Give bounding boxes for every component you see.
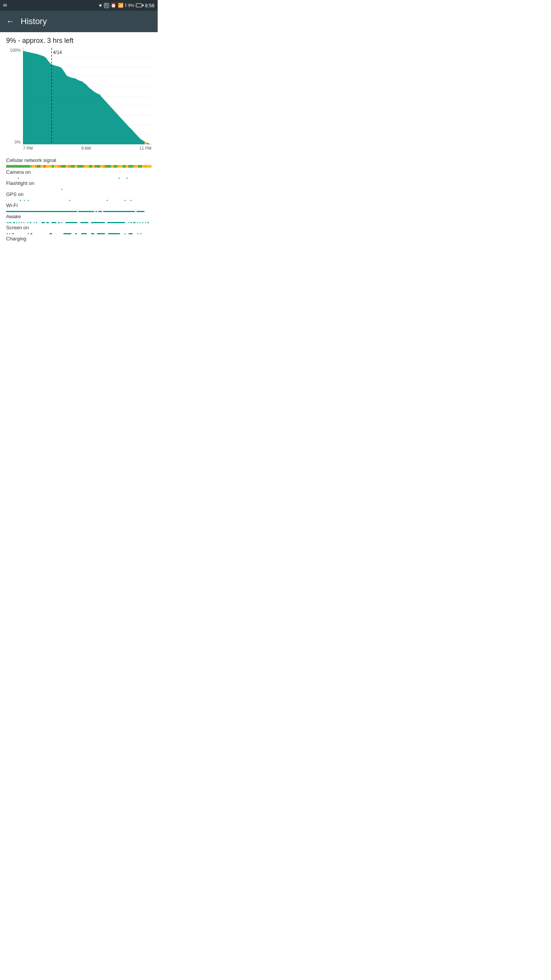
sensor-row-charging: Charging — [6, 236, 152, 242]
svg-rect-115 — [129, 233, 132, 234]
nfc-icon: N — [104, 3, 109, 8]
svg-rect-21 — [37, 165, 41, 168]
svg-rect-36 — [89, 165, 92, 168]
status-bar-right-icons: ★ N ⏰ 📶 Ⅰ 9% 8:56 — [98, 3, 155, 8]
bluetooth-icon: ★ — [98, 3, 103, 8]
sensor-section: Cellular network signal — [6, 157, 152, 242]
svg-marker-12 — [23, 51, 152, 144]
svg-rect-35 — [85, 165, 89, 168]
sensor-label-camera: Camera on — [6, 169, 152, 175]
svg-rect-95 — [130, 222, 132, 223]
svg-rect-106 — [31, 233, 32, 234]
chart-svg-area: 4/14 — [23, 48, 152, 144]
battery-status-text: 9% - approx. 3 hrs left — [6, 37, 152, 45]
svg-rect-104 — [13, 233, 14, 234]
sensor-label-gps: GPS on — [6, 191, 152, 197]
svg-rect-51 — [135, 165, 138, 168]
svg-rect-25 — [52, 165, 54, 168]
svg-rect-91 — [80, 222, 88, 223]
svg-rect-42 — [105, 165, 111, 168]
svg-rect-89 — [62, 222, 62, 223]
svg-rect-76 — [13, 222, 15, 223]
svg-rect-27 — [58, 165, 61, 168]
svg-rect-22 — [41, 165, 44, 168]
svg-rect-107 — [50, 233, 52, 234]
status-bar-left-icons: ✉ — [3, 3, 7, 8]
svg-rect-112 — [97, 233, 105, 234]
x-label-11pm: 11 PM — [139, 146, 152, 150]
svg-rect-108 — [64, 233, 72, 234]
svg-rect-67 — [6, 211, 77, 212]
svg-rect-105 — [28, 233, 29, 234]
signal-icon: Ⅰ — [125, 3, 127, 8]
svg-rect-53 — [142, 165, 144, 168]
svg-rect-81 — [28, 222, 28, 223]
svg-rect-26 — [54, 165, 58, 168]
svg-rect-63 — [69, 200, 70, 201]
svg-rect-111 — [91, 233, 94, 234]
y-label-0: 0% — [15, 140, 21, 144]
sensor-row-awake: Awake — [6, 214, 152, 223]
wifi-icon: 📶 — [118, 3, 124, 8]
svg-rect-19 — [32, 165, 35, 168]
svg-rect-103 — [9, 233, 10, 234]
svg-rect-38 — [95, 165, 96, 168]
svg-rect-66 — [130, 200, 131, 201]
svg-rect-98 — [140, 222, 140, 223]
svg-rect-94 — [129, 222, 129, 223]
x-label-9am: 9 AM — [81, 146, 91, 150]
svg-rect-57 — [119, 178, 119, 179]
svg-rect-31 — [71, 165, 75, 168]
svg-rect-99 — [142, 222, 143, 223]
sensor-bar-screenon — [6, 231, 152, 234]
svg-rect-23 — [44, 165, 46, 168]
svg-rect-84 — [36, 222, 37, 223]
battery-percentage: 9% — [128, 3, 134, 8]
svg-rect-100 — [145, 222, 146, 223]
sensor-bar-gps — [6, 198, 152, 201]
back-button[interactable]: ← — [6, 16, 15, 26]
sensor-label-cellular: Cellular network signal — [6, 157, 152, 163]
svg-rect-17 — [6, 165, 30, 168]
sensor-bar-wifi — [6, 209, 152, 212]
svg-rect-29 — [66, 165, 68, 168]
svg-rect-92 — [91, 222, 105, 223]
svg-rect-64 — [107, 200, 108, 201]
svg-rect-78 — [19, 222, 20, 223]
svg-rect-93 — [107, 222, 125, 223]
svg-rect-72 — [137, 211, 145, 212]
svg-rect-59 — [62, 189, 62, 190]
sensor-bar-camera — [6, 176, 152, 179]
svg-rect-18 — [30, 165, 32, 168]
main-content: 9% - approx. 3 hrs left 100% 0% — [0, 32, 158, 242]
app-bar: ← History — [0, 11, 158, 32]
svg-rect-33 — [77, 165, 83, 168]
svg-rect-58 — [127, 178, 127, 179]
svg-rect-60 — [20, 200, 21, 201]
svg-rect-114 — [125, 233, 126, 234]
svg-rect-73 — [7, 222, 8, 223]
svg-rect-61 — [24, 200, 24, 201]
svg-rect-32 — [75, 165, 77, 168]
sensor-label-flashlight: Flashlight on — [6, 180, 152, 186]
battery-chart[interactable]: 100% 0% — [6, 48, 152, 155]
sensor-bar-cellular — [6, 164, 152, 168]
svg-rect-46 — [119, 165, 122, 168]
sensor-label-screenon: Screen on — [6, 225, 152, 230]
battery-icon — [136, 3, 142, 7]
svg-rect-28 — [61, 165, 66, 168]
svg-rect-70 — [98, 211, 102, 212]
svg-rect-39 — [96, 165, 100, 168]
svg-rect-43 — [111, 165, 114, 168]
svg-rect-113 — [108, 233, 120, 234]
svg-rect-20 — [35, 165, 36, 168]
y-label-100: 100% — [10, 48, 21, 52]
svg-rect-30 — [68, 165, 71, 168]
svg-rect-62 — [28, 200, 29, 201]
svg-rect-77 — [16, 222, 17, 223]
sensor-row-camera: Camera on — [6, 169, 152, 179]
svg-rect-110 — [81, 233, 86, 234]
svg-rect-79 — [21, 222, 22, 223]
svg-rect-71 — [103, 211, 135, 212]
svg-rect-56 — [18, 178, 19, 179]
